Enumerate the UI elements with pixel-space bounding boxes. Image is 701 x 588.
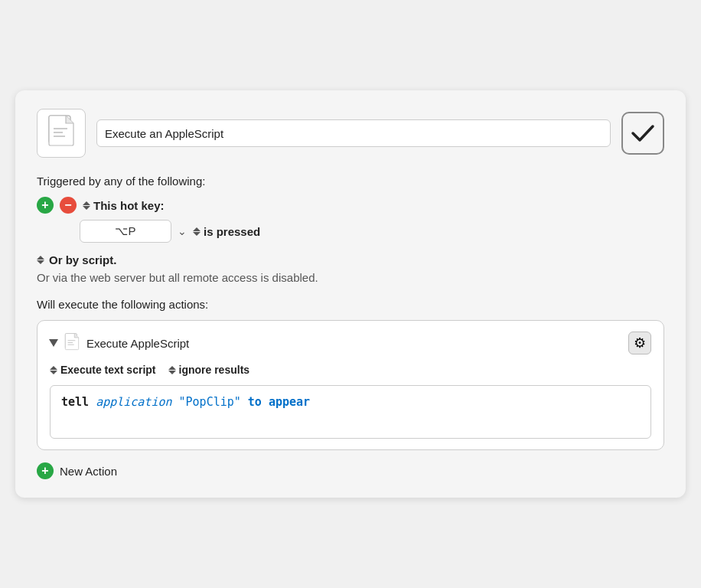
action-card-title-text: Execute AppleScript	[86, 337, 189, 350]
script-option-execute[interactable]: Execute text script	[50, 364, 156, 376]
hotkey-stepper-label[interactable]: This hot key:	[83, 199, 165, 212]
is-pressed-stepper-icon[interactable]	[193, 227, 201, 236]
key-field[interactable]: ⌥P	[80, 220, 171, 243]
code-string: "PopClip"	[179, 395, 241, 409]
code-tell: tell	[61, 395, 89, 409]
ignore-stepper-icon[interactable]	[168, 366, 176, 374]
main-card: Triggered by any of the following: + − T…	[15, 90, 686, 498]
is-pressed-text: is pressed	[204, 225, 260, 238]
script-option-ignore[interactable]: ignore results	[168, 364, 250, 376]
action-card-title: Execute AppleScript	[50, 333, 189, 353]
code-appear: appear	[269, 395, 310, 409]
execute-option-label: Execute text script	[60, 364, 156, 376]
header	[37, 109, 664, 158]
new-action-button[interactable]: +	[37, 462, 54, 479]
triggered-label: Triggered by any of the following:	[37, 175, 664, 188]
hotkey-row: + − This hot key:	[37, 197, 664, 214]
new-action-label: New Action	[60, 465, 117, 478]
script-icon	[37, 109, 86, 158]
script-options-row: Execute text script ignore results	[50, 364, 651, 376]
code-application: application	[96, 395, 171, 409]
hotkey-stepper-icon[interactable]	[83, 201, 90, 210]
or-script-row: Or by script.	[37, 253, 664, 266]
code-area[interactable]: tell application "PopClip" to appear	[50, 385, 651, 439]
execute-stepper-icon[interactable]	[50, 366, 57, 374]
or-script-stepper-icon[interactable]	[37, 256, 44, 264]
or-script-label: Or by script.	[49, 253, 116, 266]
will-execute-label: Will execute the following actions:	[37, 298, 664, 311]
remove-hotkey-button[interactable]: −	[60, 197, 77, 214]
title-input[interactable]	[96, 119, 611, 147]
code-to: to	[248, 395, 262, 409]
action-card: Execute AppleScript ⚙ Execute text scrip…	[37, 320, 664, 450]
or-via-text: Or via the web server but all remote acc…	[37, 271, 664, 284]
collapse-icon[interactable]	[49, 339, 58, 347]
ignore-option-label: ignore results	[179, 364, 250, 376]
gear-button[interactable]: ⚙	[628, 332, 651, 354]
action-card-header: Execute AppleScript ⚙	[50, 332, 651, 354]
key-dropdown-arrow[interactable]: ⌄	[178, 225, 187, 237]
add-hotkey-button[interactable]: +	[37, 197, 54, 214]
key-combo-row: ⌥P ⌄ is pressed	[80, 220, 664, 243]
checkmark-button[interactable]	[621, 112, 664, 155]
is-pressed-label[interactable]: is pressed	[193, 225, 260, 238]
hotkey-label-text: This hot key:	[93, 199, 165, 212]
action-script-icon	[64, 333, 80, 353]
new-action-row: + New Action	[37, 462, 664, 479]
